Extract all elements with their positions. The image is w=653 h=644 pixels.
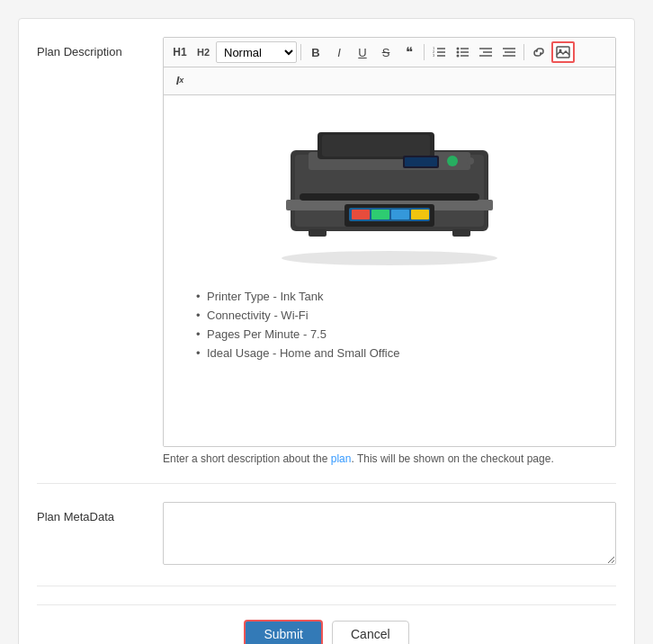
- plan-description-helper: Enter a short description about the plan…: [163, 452, 616, 465]
- italic-button[interactable]: I: [328, 41, 350, 63]
- image-button[interactable]: [551, 41, 575, 63]
- svg-point-6: [457, 48, 460, 50]
- plan-description-row: Plan Description H1 H2 Normal Heading 1 …: [37, 37, 616, 484]
- svg-rect-25: [322, 135, 430, 157]
- strikethrough-button[interactable]: S: [375, 41, 397, 63]
- format-select[interactable]: Normal Heading 1 Heading 2 Heading 3: [216, 41, 297, 63]
- editor-toolbar-row2: Ix: [164, 67, 615, 95]
- printer-specs-list: Printer Type - Ink Tank Connectivity - W…: [196, 290, 399, 365]
- svg-rect-33: [300, 193, 479, 201]
- svg-rect-37: [405, 157, 437, 166]
- plan-description-label: Plan Description: [37, 37, 163, 60]
- editor-body[interactable]: Printer Type - Ink Tank Connectivity - W…: [164, 95, 615, 446]
- svg-point-7: [457, 51, 460, 54]
- editor-toolbar: H1 H2 Normal Heading 1 Heading 2 Heading…: [164, 38, 615, 67]
- underline-button[interactable]: U: [352, 41, 373, 63]
- unordered-list-button[interactable]: [452, 41, 473, 63]
- cancel-button[interactable]: Cancel: [332, 621, 409, 644]
- plan-metadata-textarea[interactable]: [163, 502, 616, 565]
- h1-button[interactable]: H1: [169, 41, 191, 63]
- svg-point-34: [447, 156, 458, 166]
- rich-text-editor: H1 H2 Normal Heading 1 Heading 2 Heading…: [163, 37, 616, 447]
- svg-rect-31: [391, 210, 409, 219]
- plan-metadata-content: [163, 502, 616, 568]
- link-button[interactable]: [528, 41, 550, 63]
- svg-point-20: [282, 251, 497, 265]
- svg-text:3: 3: [433, 53, 435, 58]
- submit-button[interactable]: Submit: [244, 620, 323, 644]
- printer-image: [264, 110, 515, 272]
- spec-item: Printer Type - Ink Tank: [196, 290, 399, 303]
- separator-1: [300, 44, 301, 60]
- plan-link[interactable]: plan: [331, 452, 352, 465]
- plan-metadata-label: Plan MetaData: [37, 502, 163, 525]
- ordered-list-button[interactable]: 123: [428, 41, 450, 63]
- separator-3: [523, 44, 524, 60]
- spec-item: Pages Per Minute - 7.5: [196, 327, 399, 341]
- plan-description-content: H1 H2 Normal Heading 1 Heading 2 Heading…: [163, 37, 616, 465]
- svg-rect-39: [452, 229, 470, 237]
- spec-item: Ideal Usage - Home and Small Office: [196, 346, 399, 360]
- separator-2: [424, 44, 425, 60]
- svg-rect-38: [309, 229, 326, 237]
- svg-point-35: [467, 157, 474, 165]
- indent-right-button[interactable]: [498, 41, 520, 63]
- svg-rect-32: [411, 210, 429, 219]
- svg-point-8: [457, 55, 460, 58]
- bold-button[interactable]: B: [305, 41, 326, 63]
- h2-button[interactable]: H2: [192, 41, 214, 63]
- clear-format-button[interactable]: Ix: [169, 69, 191, 91]
- form-buttons: Submit Cancel: [37, 604, 616, 644]
- form-container: Plan Description H1 H2 Normal Heading 1 …: [18, 18, 635, 644]
- svg-rect-30: [371, 210, 389, 219]
- quote-button[interactable]: ❝: [398, 41, 420, 63]
- svg-rect-29: [352, 210, 370, 219]
- indent-left-button[interactable]: [475, 41, 496, 63]
- plan-metadata-row: Plan MetaData: [37, 502, 616, 586]
- spec-item: Connectivity - Wi-Fi: [196, 309, 399, 322]
